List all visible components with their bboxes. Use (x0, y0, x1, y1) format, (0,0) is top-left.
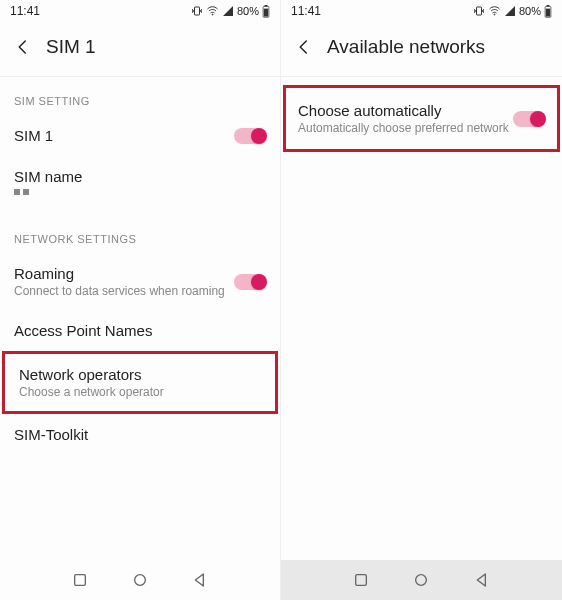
chooseauto-toggle[interactable] (513, 111, 545, 127)
vibrate-icon (473, 5, 485, 17)
svg-rect-9 (546, 8, 550, 16)
wifi-icon (488, 5, 501, 17)
back-icon[interactable] (295, 38, 313, 56)
signal-icon (504, 5, 516, 17)
back-icon[interactable] (14, 38, 32, 56)
row-roaming[interactable]: Roaming Connect to data services when ro… (0, 253, 280, 310)
svg-rect-10 (356, 575, 367, 586)
row-sim-toolkit[interactable]: SIM-Toolkit (0, 414, 280, 455)
svg-rect-2 (265, 5, 268, 6)
page-title: SIM 1 (46, 36, 96, 58)
roaming-label: Roaming (14, 265, 234, 282)
nav-back-icon[interactable] (474, 572, 490, 588)
battery-percent: 80% (237, 5, 259, 17)
roaming-sub: Connect to data services when roaming (14, 284, 234, 298)
signal-icon (222, 5, 234, 17)
battery-icon (544, 5, 552, 18)
netops-sub: Choose a network operator (19, 385, 261, 399)
navbar (281, 560, 562, 600)
nav-recents-icon[interactable] (353, 572, 369, 588)
battery-percent: 80% (519, 5, 541, 17)
vibrate-icon (191, 5, 203, 17)
sim1-toggle[interactable] (234, 128, 266, 144)
svg-rect-0 (194, 7, 199, 15)
section-sim-setting: SIM SETTING (0, 77, 280, 115)
page-title: Available networks (327, 36, 485, 58)
section-network-settings: NETWORK SETTINGS (0, 205, 280, 253)
apn-label: Access Point Names (14, 322, 266, 339)
row-apn[interactable]: Access Point Names (0, 310, 280, 351)
row-sim1[interactable]: SIM 1 (0, 115, 280, 156)
status-time: 11:41 (291, 4, 473, 18)
header: Available networks (281, 22, 562, 76)
sim-name-value (0, 185, 280, 205)
roaming-toggle[interactable] (234, 274, 266, 290)
row-choose-automatically[interactable]: Choose automatically Automatically choos… (283, 85, 560, 152)
battery-icon (262, 5, 270, 18)
simtoolkit-label: SIM-Toolkit (14, 426, 266, 443)
status-bar: 11:41 80% (281, 0, 562, 22)
status-bar: 11:41 80% (0, 0, 280, 22)
navbar (0, 560, 280, 600)
svg-rect-6 (476, 7, 481, 15)
nav-recents-icon[interactable] (72, 572, 88, 588)
chooseauto-sub: Automatically choose preferred network (298, 121, 513, 135)
status-time: 11:41 (10, 4, 191, 18)
wifi-icon (206, 5, 219, 17)
row-sim-name[interactable]: SIM name (0, 156, 280, 185)
svg-rect-4 (75, 575, 86, 586)
svg-rect-8 (547, 5, 550, 6)
status-icons: 80% (473, 5, 552, 18)
netops-label: Network operators (19, 366, 261, 383)
nav-home-icon[interactable] (413, 572, 429, 588)
row-network-operators[interactable]: Network operators Choose a network opera… (2, 351, 278, 414)
screen-available-networks: 11:41 80% Available networks Choose auto… (281, 0, 562, 600)
chooseauto-label: Choose automatically (298, 102, 513, 119)
sim-name-label: SIM name (14, 168, 266, 185)
nav-home-icon[interactable] (132, 572, 148, 588)
screen-sim-settings: 11:41 80% SIM 1 SIM SETTING SIM 1 SIM na… (0, 0, 281, 600)
header: SIM 1 (0, 22, 280, 76)
status-icons: 80% (191, 5, 270, 18)
nav-back-icon[interactable] (192, 572, 208, 588)
svg-point-5 (135, 575, 146, 586)
sim1-label: SIM 1 (14, 127, 234, 144)
svg-rect-3 (264, 8, 268, 16)
svg-point-11 (416, 575, 427, 586)
